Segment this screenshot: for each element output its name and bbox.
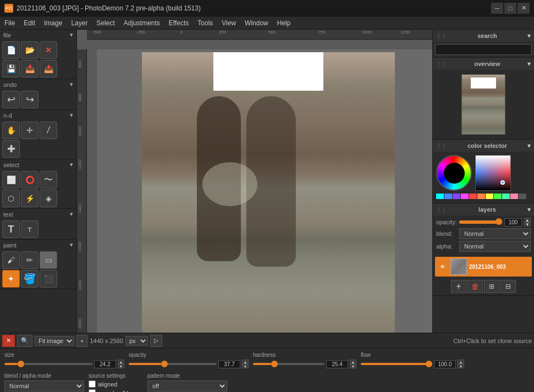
alpha-select[interactable]: Normal Inherit None [459,241,531,252]
menu-item-window[interactable]: Window [240,16,273,29]
opacity-slider[interactable] [129,363,217,365]
swatch-purple[interactable] [453,194,460,199]
add-layer-button[interactable]: + [451,280,466,293]
swatch-pink[interactable] [510,194,518,199]
canvas-area[interactable]: -500 -250 0 250 500 750 1000 1250 1500 1… [77,30,432,333]
open-button[interactable]: 📂 [21,41,38,59]
quick-sel-tool[interactable]: ◈ [40,190,57,207]
fill-tool[interactable]: 🪣 [21,270,38,288]
flow-increment[interactable]: ▲ [458,360,464,364]
merge-layer-button[interactable]: ⊞ [484,280,499,293]
flow-decrement[interactable]: ▼ [458,364,464,368]
save-button[interactable]: 💾 [2,60,20,78]
swatch-green[interactable] [494,194,502,199]
hardness-decrement[interactable]: ▼ [350,364,356,368]
opacity-bar-input[interactable] [218,360,240,368]
hardness-slider[interactable] [253,363,324,365]
flow-slider[interactable] [361,363,432,365]
size-decrement[interactable]: ▼ [118,364,124,368]
pattern-tool[interactable]: ⬛ [40,270,57,288]
text-h-tool[interactable]: T [2,220,20,238]
unit-select[interactable]: px cm in % [125,336,148,346]
text-v-tool[interactable]: ᴛ [21,220,38,238]
save-as-button[interactable]: 📥 [21,60,38,78]
cursor-tool-button[interactable]: ▷ [150,335,162,347]
undo-section-header[interactable]: undo ▾ [0,79,76,90]
zoom-in-button[interactable]: + [76,335,87,347]
opacity-bar-increment[interactable]: ▲ [242,360,249,364]
size-input[interactable] [94,360,116,368]
menu-item-help[interactable]: Help [273,16,295,29]
canvas-content[interactable] [97,49,432,333]
menu-item-view[interactable]: View [217,16,240,29]
export-button[interactable]: 📤 [40,60,57,78]
swatch-red[interactable] [469,194,477,199]
color-gradient[interactable] [475,155,511,191]
lasso-tool[interactable]: 〜 [40,171,57,189]
ellipse-sel-tool[interactable]: ⭕ [21,171,38,189]
aligned-checkbox[interactable] [89,380,96,388]
pencil-tool[interactable]: ✏ [21,251,38,269]
layer-item-0[interactable]: 👁 20121106_003 [435,257,532,277]
maximize-button[interactable]: □ [504,3,516,14]
layers-header[interactable]: ⋮⋮ layers ▾ [433,203,534,216]
paint-section-header[interactable]: paint ▾ [0,240,76,250]
hardness-increment[interactable]: ▲ [350,360,356,364]
rect-sel-tool[interactable]: ⬜ [2,171,20,189]
color-selector-header[interactable]: ⋮⋮ color selector ▾ [433,140,534,152]
crosshair-tool[interactable]: ✚ [2,140,20,158]
swatch-teal[interactable] [502,194,510,199]
select-section-header[interactable]: select ▾ [0,159,76,170]
sample-all-layers-checkbox[interactable] [89,389,96,392]
size-slider[interactable] [4,363,92,365]
poly-lasso-tool[interactable]: ⬡ [2,190,20,207]
swatch-cyan[interactable] [436,194,444,199]
swatch-more[interactable]: … [519,194,526,199]
layer-visibility-button[interactable]: 👁 [437,261,448,272]
opacity-bar-decrement[interactable]: ▼ [242,364,249,368]
swatch-orange[interactable] [477,194,485,199]
magic-wand-tool[interactable]: ⚡ [21,190,38,207]
cancel-button[interactable]: ✕ [2,335,15,347]
menu-item-image[interactable]: Image [40,16,67,29]
search-header[interactable]: ⋮⋮ search ▾ [433,30,534,42]
menu-item-file[interactable]: File [0,16,19,29]
flow-input[interactable] [434,360,456,368]
delete-layer-button[interactable]: 🗑 [467,280,483,293]
swatch-magenta[interactable] [461,194,469,199]
stamp-tool[interactable]: ✦ [2,270,20,288]
opacity-value[interactable] [504,218,522,227]
undo-button[interactable]: ↩ [2,91,20,108]
redo-button[interactable]: ↪ [21,91,38,108]
menu-item-adjustments[interactable]: Adjustments [119,16,164,29]
size-increment[interactable]: ▲ [118,360,124,364]
hand-tool[interactable]: ✋ [2,122,20,139]
swatch-yellow[interactable] [486,194,493,199]
minimize-button[interactable]: ─ [491,3,503,14]
opacity-decrement[interactable]: ▼ [524,222,531,227]
file-section-header[interactable]: file ▾ [0,30,76,40]
move-tool[interactable]: ✛ [21,122,38,139]
text-section-header[interactable]: text ▾ [0,209,76,219]
new-button[interactable]: 📄 [2,41,20,59]
menu-item-layer[interactable]: Layer [67,16,92,29]
hardness-input[interactable] [326,360,348,368]
close-file-button[interactable]: ✕ [40,41,57,59]
menu-item-select[interactable]: Select [92,16,119,29]
flatten-layer-button[interactable]: ⊟ [500,280,516,293]
zoom-tool-button[interactable]: 🔍 [17,335,32,347]
eraser-tool[interactable]: ▭ [40,251,57,269]
blend-select[interactable]: Normal Multiply Screen Overlay [459,228,531,239]
eyedropper-tool[interactable]: / [40,122,57,139]
menu-item-tools[interactable]: Tools [193,16,217,29]
opacity-slider[interactable] [459,220,502,224]
opacity-increment[interactable]: ▲ [524,218,531,222]
overview-header[interactable]: ⋮⋮ overview ▾ [433,58,534,70]
swatch-blue-light[interactable] [444,194,452,199]
menu-item-edit[interactable]: Edit [19,16,40,29]
brush-tool[interactable]: 🖌 [2,251,20,269]
pattern-mode-select[interactable]: off pattern 1 pattern 2 [147,380,227,391]
navigate-section-header[interactable]: n-d ▾ [0,110,76,120]
search-input[interactable] [435,44,532,55]
zoom-mode-select[interactable]: Fit image 25% 50% 75% 100% 200% [35,336,74,346]
